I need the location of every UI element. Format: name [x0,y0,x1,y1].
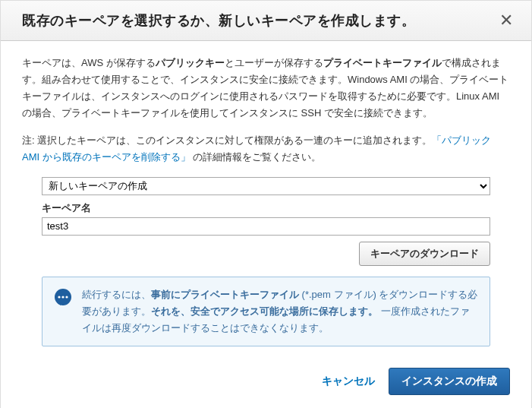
dialog-header: 既存のキーペアを選択するか、新しいキーペアを作成します。 ✕ [1,1,531,41]
close-icon[interactable]: ✕ [496,12,516,29]
svg-point-1 [58,296,60,298]
text: キーペアは、AWS が保存する [22,57,156,68]
info-text: 続行するには、事前にプライベートキーファイル (*.pem ファイル) をダウン… [82,286,479,337]
text: とユーザーが保存する [225,57,323,68]
text: の詳細情報をご覧ください。 [190,151,322,163]
text-bold: プライベートキーファイル [323,57,442,68]
launch-instances-button[interactable]: インスタンスの作成 [389,368,510,395]
keypair-action-select-wrap: 新しいキーペアの作成 [42,177,490,195]
text-bold: それを、安全でアクセス可能な場所に保存します。 [151,305,378,317]
form-area: 新しいキーペアの作成 キーペア名 キーペアのダウンロード 続行するには、事前にプ… [42,177,490,346]
note-paragraph: 注: 選択したキーペアは、このインスタンスに対して権限がある一連のキーに追加され… [22,132,510,166]
text: 続行するには、 [82,289,151,300]
dialog-title: 既存のキーペアを選択するか、新しいキーペアを作成します。 [22,11,415,30]
cancel-button[interactable]: キャンセル [322,375,375,388]
svg-point-3 [65,296,68,298]
keypair-dialog: 既存のキーペアを選択するか、新しいキーペアを作成します。 ✕ キーペアは、AWS… [0,0,532,408]
dialog-footer: キャンセル インスタンスの作成 [1,357,531,408]
text-bold: 事前にプライベートキーファイル [151,289,299,300]
download-keypair-button[interactable]: キーペアのダウンロード [359,242,490,266]
text: 注: 選択したキーペアは、このインスタンスに対して権限がある一連のキーに追加され… [22,134,432,146]
keypair-name-input[interactable] [42,217,490,236]
chat-bubble-icon [53,288,73,308]
dialog-body: キーペアは、AWS が保存するパブリックキーとユーザーが保存するプライベートキー… [1,41,531,357]
description-paragraph: キーペアは、AWS が保存するパブリックキーとユーザーが保存するプライベートキー… [22,55,510,122]
keypair-action-select[interactable]: 新しいキーペアの作成 [42,177,490,195]
download-row: キーペアのダウンロード [42,242,490,266]
info-box: 続行するには、事前にプライベートキーファイル (*.pem ファイル) をダウン… [42,277,490,346]
text-bold: パブリックキー [156,57,225,68]
svg-point-2 [61,296,64,298]
keypair-name-label: キーペア名 [42,200,490,217]
